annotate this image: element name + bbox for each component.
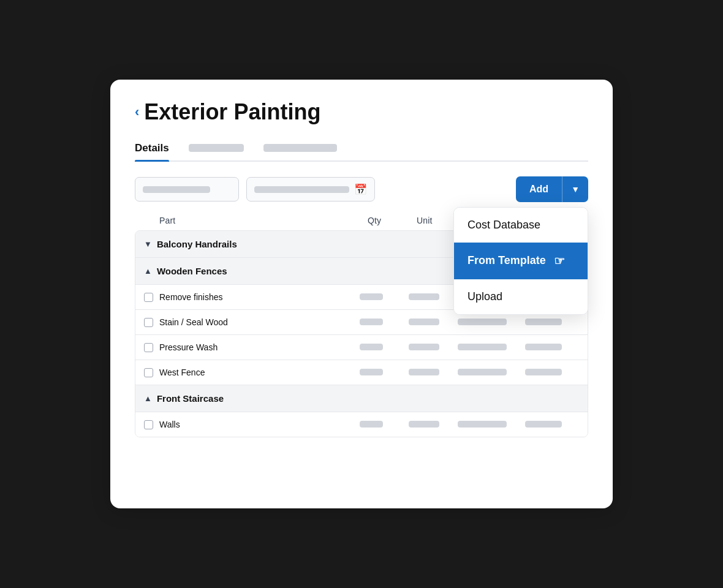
input1-placeholder-bar [143,186,210,193]
row-name-stain: Stain / Seal Wood [159,317,228,327]
table-row: Walls [135,412,588,437]
group-name-wooden-fences: Wooden Fences [157,266,227,276]
col-header-part: Part [159,216,368,225]
back-nav: ‹ Exterior Painting [135,99,588,125]
from-template-label: From Template [467,254,546,266]
dropdown-item-from-template[interactable]: From Template ☞ [454,243,588,279]
group-label-wooden-fences: ▲ Wooden Fences [144,266,360,276]
tab-2[interactable] [189,136,244,160]
tabs-bar: Details [135,136,588,162]
table-row: West Fence [135,360,588,385]
chevron-down-icon: ▼ [144,239,152,249]
row-labor [525,342,580,352]
back-button[interactable]: ‹ [135,104,139,120]
row-checkbox[interactable] [144,318,153,327]
row-qty [360,368,409,377]
row-qty [360,342,409,352]
row-material [458,368,525,377]
row-labor [525,368,580,377]
row-name-walls: Walls [159,420,180,429]
chevron-up-icon: ▲ [144,394,152,403]
chevron-down-icon: ▼ [571,184,580,194]
add-dropdown-toggle[interactable]: ▼ [562,176,588,202]
tab-3[interactable] [263,136,337,160]
tab2-placeholder [189,144,244,152]
row-cell-name: Pressure Wash [144,342,360,352]
row-unit [409,368,458,377]
main-card: ‹ Exterior Painting Details 📅 Add ▼ [110,80,613,508]
row-unit [409,420,458,429]
calendar-icon: 📅 [354,183,367,196]
tab-details[interactable]: Details [135,136,169,160]
input-field-1[interactable] [135,177,239,202]
row-cell-name: Walls [144,420,360,429]
dropdown-item-cost-database[interactable]: Cost Database [454,208,588,243]
row-material [458,420,525,429]
input-date-bar [254,186,349,193]
cursor-pointer-icon: ☞ [554,254,565,268]
dropdown-item-upload[interactable]: Upload [454,279,588,314]
row-qty [360,317,409,327]
row-checkbox[interactable] [144,368,153,377]
row-labor [525,420,580,429]
group-name-balcony: Balcony Handrails [157,239,237,249]
tab3-placeholder [263,144,337,152]
group-row-front-staircase[interactable]: ▲ Front Staircase [135,385,588,412]
row-checkbox[interactable] [144,293,153,302]
toolbar: 📅 Add ▼ Cost Database From Template ☞ Up… [135,176,588,202]
row-name-pressure-wash: Pressure Wash [159,342,218,352]
row-cell-name: Stain / Seal Wood [144,317,360,327]
row-unit [409,317,458,327]
row-cell-name: West Fence [144,368,360,377]
row-checkbox[interactable] [144,420,153,429]
group-name-front-staircase: Front Staircase [157,393,224,404]
row-cell-name: Remove finishes [144,292,360,302]
group-label-front-staircase: ▲ Front Staircase [144,393,360,404]
row-checkbox[interactable] [144,343,153,352]
row-material [458,342,525,352]
row-name-remove-finishes: Remove finishes [159,292,223,302]
add-button[interactable]: Add [516,176,562,202]
add-button-group: Add ▼ Cost Database From Template ☞ Uplo… [516,176,588,202]
row-qty [360,420,409,429]
group-label-balcony: ▼ Balcony Handrails [144,239,360,249]
row-unit [409,342,458,352]
input-date-field[interactable]: 📅 [246,177,375,202]
row-name-west-fence: West Fence [159,368,205,377]
row-unit [409,292,458,302]
table-row: Pressure Wash [135,335,588,360]
add-dropdown-menu: Cost Database From Template ☞ Upload [453,207,588,315]
chevron-up-icon: ▲ [144,266,152,276]
page-title: Exterior Painting [144,99,320,125]
row-qty [360,292,409,302]
row-labor [525,317,580,327]
row-material [458,317,525,327]
col-header-qty: Qty [368,216,417,225]
